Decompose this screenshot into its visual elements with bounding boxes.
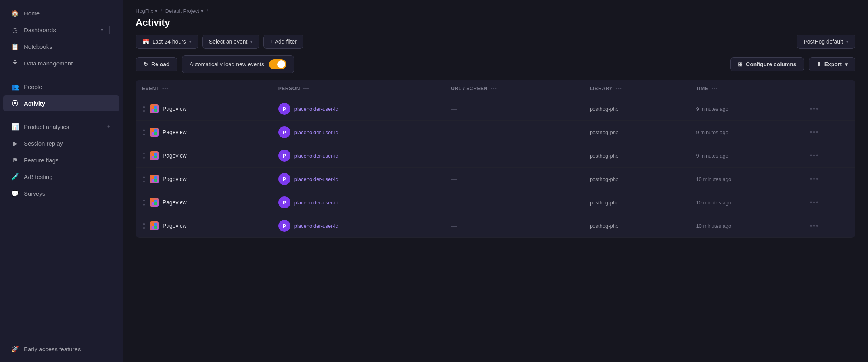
theme-button[interactable]: PostHog default ▾ bbox=[797, 35, 855, 49]
configure-columns-button[interactable]: ⊞ Configure columns bbox=[730, 57, 804, 71]
table-row[interactable]: ▲ ▼ Pageview P placeholder-user-id bbox=[136, 214, 855, 238]
breadcrumb-separator: / bbox=[161, 8, 162, 14]
table-row[interactable]: ▲ ▼ Pageview P placeholder-user-id bbox=[136, 144, 855, 168]
sidebar-item-label: Product analytics bbox=[24, 123, 101, 130]
table-row[interactable]: ▲ ▼ Pageview P placeholder-user-id bbox=[136, 191, 855, 214]
person-id[interactable]: placeholder-user-id bbox=[294, 106, 338, 112]
url-value: — bbox=[451, 129, 457, 135]
table-row[interactable]: ▲ ▼ Pageview P placeholder-user-id bbox=[136, 97, 855, 121]
plus-icon[interactable]: ＋ bbox=[106, 123, 111, 130]
sidebar-item-people[interactable]: 👥 People bbox=[3, 79, 119, 94]
time-cell: 9 minutes ago bbox=[689, 121, 803, 144]
person-id[interactable]: placeholder-user-id bbox=[294, 129, 338, 135]
col-menu-icon[interactable]: ••• bbox=[303, 85, 309, 91]
row-menu-button[interactable]: ••• bbox=[810, 199, 819, 206]
person-id[interactable]: placeholder-user-id bbox=[294, 176, 338, 182]
sidebar-item-ab-testing[interactable]: 🧪 A/B testing bbox=[3, 169, 119, 185]
col-menu-icon[interactable]: ••• bbox=[162, 85, 168, 91]
svg-rect-7 bbox=[152, 129, 154, 132]
person-id[interactable]: placeholder-user-id bbox=[294, 200, 338, 206]
svg-rect-9 bbox=[152, 132, 154, 135]
avatar: P bbox=[278, 196, 290, 208]
calendar-icon: 📅 bbox=[142, 39, 149, 45]
events-table: EVENT ••• PERSON ••• URL / SCREEN bbox=[136, 80, 855, 238]
svg-rect-6 bbox=[154, 109, 157, 112]
sidebar-item-feature-flags[interactable]: ⚑ Feature flags bbox=[3, 152, 119, 168]
auto-load-container: Automatically load new events bbox=[182, 55, 294, 73]
table-row[interactable]: ▲ ▼ Pageview P placeholder-user-id bbox=[136, 121, 855, 144]
notebooks-icon: 📋 bbox=[11, 42, 19, 50]
row-menu-button[interactable]: ••• bbox=[810, 105, 819, 112]
sidebar-item-session-replay[interactable]: ▶ Session replay bbox=[3, 135, 119, 151]
reload-button[interactable]: ↻ Reload bbox=[136, 57, 177, 71]
time-range-label: Last 24 hours bbox=[152, 39, 186, 45]
expand-arrows[interactable]: ▲ ▼ bbox=[142, 127, 146, 137]
sidebar-item-surveys[interactable]: 💬 Surveys bbox=[3, 185, 119, 201]
url-cell: — bbox=[445, 214, 584, 238]
svg-rect-13 bbox=[152, 156, 154, 158]
svg-rect-20 bbox=[154, 200, 157, 202]
expand-arrows[interactable]: ▲ ▼ bbox=[142, 198, 146, 207]
row-menu-button[interactable]: ••• bbox=[810, 129, 819, 135]
time-value: 10 minutes ago bbox=[696, 223, 731, 229]
export-icon: ⬇ bbox=[816, 61, 821, 67]
col-event: EVENT ••• bbox=[136, 80, 272, 97]
sidebar-item-notebooks[interactable]: 📋 Notebooks bbox=[3, 39, 119, 54]
flag-icon: ⚑ bbox=[11, 156, 19, 164]
sidebar-item-early-access[interactable]: 🚀 Early access features bbox=[3, 341, 119, 357]
export-button[interactable]: ⬇ Export ▾ bbox=[809, 57, 855, 71]
person-cell: P placeholder-user-id bbox=[272, 121, 445, 144]
table-row[interactable]: ▲ ▼ Pageview P placeholder-user-id bbox=[136, 168, 855, 191]
sidebar-item-label: Notebooks bbox=[24, 43, 111, 50]
url-value: — bbox=[451, 223, 457, 229]
col-library: LIBRARY ••• bbox=[584, 80, 690, 97]
row-actions-cell: ••• bbox=[804, 191, 855, 214]
time-range-button[interactable]: 📅 Last 24 hours ▾ bbox=[136, 35, 198, 49]
sidebar-item-label: Home bbox=[24, 10, 111, 17]
sidebar-item-product-analytics[interactable]: 📊 Product analytics ＋ bbox=[3, 119, 119, 135]
theme-label: PostHog default bbox=[803, 39, 843, 45]
surveys-icon: 💬 bbox=[11, 189, 19, 197]
time-value: 10 minutes ago bbox=[696, 176, 731, 182]
sidebar-item-dashboards[interactable]: ◷ Dashboards ▾ bbox=[3, 22, 119, 38]
person-id[interactable]: placeholder-user-id bbox=[294, 223, 338, 229]
col-menu-icon[interactable]: ••• bbox=[616, 85, 622, 91]
row-menu-button[interactable]: ••• bbox=[810, 222, 819, 229]
sidebar-item-data-management[interactable]: 🗄 Data management bbox=[3, 55, 119, 71]
row-actions-cell: ••• bbox=[804, 144, 855, 168]
col-person: PERSON ••• bbox=[272, 80, 445, 97]
sidebar-item-home[interactable]: 🏠 Home bbox=[3, 5, 119, 21]
url-value: — bbox=[451, 176, 457, 182]
time-cell: 10 minutes ago bbox=[689, 168, 803, 191]
library-name: posthog-php bbox=[590, 200, 618, 206]
sliders-icon: ⊞ bbox=[738, 61, 743, 67]
row-actions-cell: ••• bbox=[804, 121, 855, 144]
breadcrumb-org[interactable]: HogFlix ▾ bbox=[136, 8, 157, 14]
add-filter-label: + Add filter bbox=[270, 39, 297, 45]
expand-arrows[interactable]: ▲ ▼ bbox=[142, 104, 146, 114]
sidebar: 🏠 Home ◷ Dashboards ▾ 📋 Notebooks 🗄 Data… bbox=[0, 0, 123, 362]
time-value: 10 minutes ago bbox=[696, 200, 731, 206]
expand-arrows[interactable]: ▲ ▼ bbox=[142, 174, 146, 184]
add-filter-button[interactable]: + Add filter bbox=[263, 35, 303, 49]
row-menu-button[interactable]: ••• bbox=[810, 152, 819, 159]
event-cell: ▲ ▼ Pageview bbox=[136, 144, 272, 168]
expand-arrows[interactable]: ▲ ▼ bbox=[142, 151, 146, 160]
breadcrumb-project[interactable]: Default Project ▾ bbox=[165, 8, 204, 14]
svg-rect-24 bbox=[154, 223, 157, 226]
row-menu-button[interactable]: ••• bbox=[810, 175, 819, 182]
svg-rect-4 bbox=[154, 106, 157, 109]
expand-arrows[interactable]: ▲ ▼ bbox=[142, 221, 146, 231]
select-event-label: Select an event bbox=[209, 39, 248, 45]
col-menu-icon[interactable]: ••• bbox=[491, 85, 497, 91]
library-cell: posthog-php bbox=[584, 214, 690, 238]
col-menu-icon[interactable]: ••• bbox=[711, 85, 717, 91]
person-id[interactable]: placeholder-user-id bbox=[294, 153, 338, 159]
avatar: P bbox=[278, 103, 290, 115]
sidebar-item-activity[interactable]: Activity bbox=[3, 95, 119, 111]
auto-load-toggle[interactable] bbox=[269, 59, 286, 69]
select-event-button[interactable]: Select an event ▾ bbox=[202, 35, 260, 49]
svg-rect-22 bbox=[154, 202, 157, 205]
person-cell: P placeholder-user-id bbox=[272, 97, 445, 121]
person-cell: P placeholder-user-id bbox=[272, 191, 445, 214]
